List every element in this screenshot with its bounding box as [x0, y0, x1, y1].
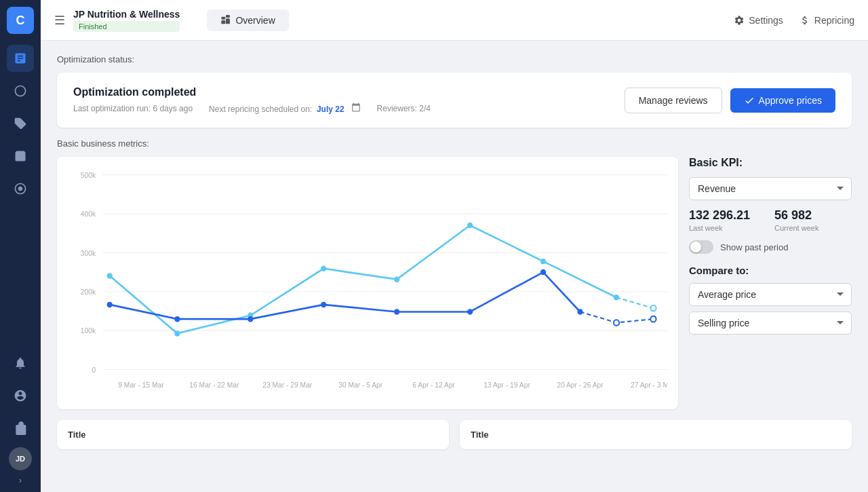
toggle-thumb [690, 242, 701, 252]
svg-point-34 [107, 302, 113, 308]
main-area: ☰ JP Nutrition & Wellness Finished Overv… [41, 0, 868, 492]
svg-text:6 Apr - 12 Apr: 6 Apr - 12 Apr [412, 381, 455, 389]
compare-section: Compare to: Average price Selling price [689, 265, 852, 335]
settings-icon [734, 15, 745, 26]
svg-text:200k: 200k [81, 288, 96, 296]
kpi-current-week: 56 982 Current week [774, 208, 852, 232]
overview-icon [220, 15, 231, 26]
optimization-title: Optimization completed [73, 86, 431, 98]
sidebar-item-box[interactable] [7, 143, 34, 170]
repricing-button[interactable]: Repricing [800, 15, 854, 26]
svg-point-39 [467, 309, 473, 315]
expand-chevron[interactable]: › [19, 476, 22, 485]
chart-svg: 500k 400k 300k 200k 100k 0 100 80 60 40 … [68, 168, 667, 398]
svg-point-37 [321, 302, 326, 308]
sidebar-bottom: JD › [7, 349, 34, 485]
svg-point-26 [107, 273, 113, 279]
sidebar-item-analytics[interactable] [7, 45, 34, 72]
svg-point-30 [394, 276, 399, 282]
show-past-period-label: Show past period [720, 242, 788, 252]
show-past-period-row: Show past period [689, 240, 852, 254]
svg-text:100k: 100k [81, 327, 96, 335]
svg-point-43 [650, 316, 656, 322]
compare-option1-select[interactable]: Average price [689, 283, 852, 306]
metrics-label: Basic business metrics: [57, 138, 852, 149]
finished-badge: Finished [73, 21, 180, 32]
last-week-value: 132 296.21 [689, 208, 766, 223]
manage-reviews-button[interactable]: Manage reviews [625, 88, 722, 113]
compare-option2-select[interactable]: Selling price [689, 311, 852, 335]
sidebar-item-user-circle[interactable] [7, 382, 34, 409]
svg-point-36 [248, 316, 253, 322]
repricing-icon [800, 15, 810, 26]
svg-point-38 [394, 309, 399, 315]
settings-button[interactable]: Settings [734, 15, 783, 26]
svg-text:27 Apr - 3 May: 27 Apr - 3 May [631, 381, 667, 389]
hamburger-menu[interactable]: ☰ [54, 13, 65, 28]
svg-text:20 Apr - 26 Apr: 20 Apr - 26 Apr [557, 381, 604, 389]
next-repricing: Next repricing scheduled on: July 22 [209, 102, 360, 114]
current-week-label: Current week [774, 224, 852, 232]
overview-tab[interactable]: Overview [207, 10, 288, 31]
show-past-period-toggle[interactable] [689, 240, 713, 254]
svg-point-42 [614, 320, 619, 326]
topnav: ☰ JP Nutrition & Wellness Finished Overv… [41, 0, 868, 41]
kpi-title: Basic KPI: [689, 157, 852, 169]
sidebar-item-bell[interactable] [7, 349, 34, 377]
svg-text:13 Apr - 19 Apr: 13 Apr - 19 Apr [484, 381, 530, 389]
compare-to-title: Compare to: [689, 265, 852, 276]
svg-text:30 Mar - 5 Apr: 30 Mar - 5 Apr [338, 381, 383, 389]
svg-text:300k: 300k [81, 249, 96, 257]
topnav-right: Settings Repricing [734, 15, 854, 26]
checkmark-icon [744, 95, 755, 106]
svg-text:16 Mar - 22 Mar: 16 Mar - 22 Mar [189, 381, 239, 389]
svg-text:500k: 500k [81, 172, 96, 179]
sidebar: C JD › [0, 0, 41, 492]
sidebar-item-star[interactable] [7, 77, 34, 105]
metrics-container: 500k 400k 300k 200k 100k 0 100 80 60 40 … [57, 157, 852, 409]
svg-text:23 Mar - 29 Mar: 23 Mar - 29 Mar [262, 381, 313, 389]
svg-point-44 [650, 305, 656, 311]
bottom-row: Title Title [57, 420, 852, 449]
sidebar-item-target[interactable] [7, 175, 34, 202]
app-logo[interactable]: C [7, 7, 34, 34]
svg-point-27 [174, 330, 180, 337]
svg-point-29 [321, 266, 326, 272]
settings-label: Settings [749, 15, 783, 26]
svg-point-40 [540, 269, 546, 276]
optimization-status-label: Optimization status: [57, 54, 852, 64]
kpi-panel: Basic KPI: Revenue Profit Units sold 132… [689, 157, 852, 409]
calendar-icon [351, 102, 361, 112]
sidebar-item-briefcase[interactable] [7, 415, 34, 442]
avatar[interactable]: JD [9, 447, 32, 470]
status-left: Optimization completed Last optimization… [73, 86, 431, 114]
status-meta: Last optimization run: 6 days ago Next r… [73, 102, 431, 114]
reviewers: Reviewers: 2/4 [377, 104, 431, 113]
kpi-metric-select[interactable]: Revenue Profit Units sold [689, 177, 852, 200]
svg-point-32 [540, 259, 546, 265]
kpi-last-week: 132 296.21 Last week [689, 208, 766, 232]
chart-area: 500k 400k 300k 200k 100k 0 100 80 60 40 … [68, 168, 667, 398]
chart-card: 500k 400k 300k 200k 100k 0 100 80 60 40 … [57, 157, 678, 409]
svg-point-31 [467, 223, 473, 229]
bottom-col-1: Title [57, 420, 449, 449]
svg-text:0: 0 [92, 366, 96, 374]
current-week-value: 56 982 [774, 208, 852, 223]
content-area: Optimization status: Optimization comple… [41, 41, 868, 492]
kpi-values: 132 296.21 Last week 56 982 Current week [689, 208, 852, 232]
sidebar-item-tag[interactable] [7, 110, 34, 137]
svg-text:9 Mar - 15 Mar: 9 Mar - 15 Mar [118, 381, 164, 389]
brand-name: JP Nutrition & Wellness [73, 9, 180, 20]
last-run: Last optimization run: 6 days ago [73, 104, 193, 113]
svg-text:400k: 400k [81, 210, 96, 218]
last-week-label: Last week [689, 224, 766, 232]
repricing-label: Repricing [814, 15, 854, 26]
approve-prices-button[interactable]: Approve prices [730, 88, 835, 113]
optimization-status-card: Optimization completed Last optimization… [57, 73, 852, 128]
brand-section: JP Nutrition & Wellness Finished [73, 9, 180, 32]
bottom-col-2: Title [460, 420, 852, 449]
overview-label: Overview [235, 15, 275, 26]
svg-point-35 [174, 316, 180, 322]
status-actions: Manage reviews Approve prices [625, 88, 835, 113]
